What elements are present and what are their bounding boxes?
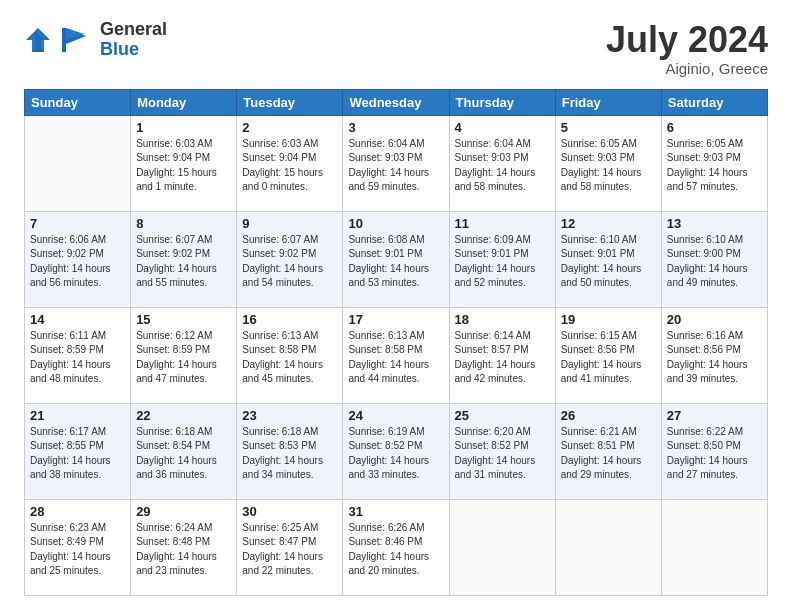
sun-info: Sunrise: 6:15 AMSunset: 8:56 PMDaylight:… xyxy=(561,329,656,387)
calendar-day-cell: 20Sunrise: 6:16 AMSunset: 8:56 PMDayligh… xyxy=(661,307,767,403)
calendar-day-cell: 19Sunrise: 6:15 AMSunset: 8:56 PMDayligh… xyxy=(555,307,661,403)
sun-info: Sunrise: 6:24 AMSunset: 8:48 PMDaylight:… xyxy=(136,521,231,579)
calendar-day-cell: 24Sunrise: 6:19 AMSunset: 8:52 PMDayligh… xyxy=(343,403,449,499)
logo-text: General Blue xyxy=(100,20,167,60)
sun-info: Sunrise: 6:16 AMSunset: 8:56 PMDaylight:… xyxy=(667,329,762,387)
calendar-week-row: 14Sunrise: 6:11 AMSunset: 8:59 PMDayligh… xyxy=(25,307,768,403)
calendar-day-cell: 13Sunrise: 6:10 AMSunset: 9:00 PMDayligh… xyxy=(661,211,767,307)
calendar-day-cell xyxy=(449,499,555,595)
weekday-header: Monday xyxy=(131,89,237,115)
day-number: 19 xyxy=(561,312,656,327)
day-number: 24 xyxy=(348,408,443,423)
sun-info: Sunrise: 6:09 AMSunset: 9:01 PMDaylight:… xyxy=(455,233,550,291)
day-number: 1 xyxy=(136,120,231,135)
day-number: 22 xyxy=(136,408,231,423)
day-number: 26 xyxy=(561,408,656,423)
calendar-day-cell: 8Sunrise: 6:07 AMSunset: 9:02 PMDaylight… xyxy=(131,211,237,307)
sun-info: Sunrise: 6:08 AMSunset: 9:01 PMDaylight:… xyxy=(348,233,443,291)
location-subtitle: Aiginio, Greece xyxy=(606,60,768,77)
calendar-day-cell: 25Sunrise: 6:20 AMSunset: 8:52 PMDayligh… xyxy=(449,403,555,499)
day-number: 10 xyxy=(348,216,443,231)
logo-graphic xyxy=(56,22,96,58)
calendar-day-cell: 27Sunrise: 6:22 AMSunset: 8:50 PMDayligh… xyxy=(661,403,767,499)
day-number: 23 xyxy=(242,408,337,423)
day-number: 14 xyxy=(30,312,125,327)
sun-info: Sunrise: 6:05 AMSunset: 9:03 PMDaylight:… xyxy=(667,137,762,195)
sun-info: Sunrise: 6:21 AMSunset: 8:51 PMDaylight:… xyxy=(561,425,656,483)
calendar-table: SundayMondayTuesdayWednesdayThursdayFrid… xyxy=(24,89,768,596)
sun-info: Sunrise: 6:18 AMSunset: 8:53 PMDaylight:… xyxy=(242,425,337,483)
calendar-week-row: 28Sunrise: 6:23 AMSunset: 8:49 PMDayligh… xyxy=(25,499,768,595)
sun-info: Sunrise: 6:19 AMSunset: 8:52 PMDaylight:… xyxy=(348,425,443,483)
sun-info: Sunrise: 6:22 AMSunset: 8:50 PMDaylight:… xyxy=(667,425,762,483)
calendar-day-cell: 10Sunrise: 6:08 AMSunset: 9:01 PMDayligh… xyxy=(343,211,449,307)
logo-icon xyxy=(24,26,52,54)
calendar-day-cell: 6Sunrise: 6:05 AMSunset: 9:03 PMDaylight… xyxy=(661,115,767,211)
day-number: 20 xyxy=(667,312,762,327)
calendar-day-cell: 15Sunrise: 6:12 AMSunset: 8:59 PMDayligh… xyxy=(131,307,237,403)
sun-info: Sunrise: 6:18 AMSunset: 8:54 PMDaylight:… xyxy=(136,425,231,483)
sun-info: Sunrise: 6:13 AMSunset: 8:58 PMDaylight:… xyxy=(242,329,337,387)
calendar-day-cell: 22Sunrise: 6:18 AMSunset: 8:54 PMDayligh… xyxy=(131,403,237,499)
day-number: 25 xyxy=(455,408,550,423)
weekday-header: Wednesday xyxy=(343,89,449,115)
calendar-day-cell xyxy=(661,499,767,595)
weekday-header: Friday xyxy=(555,89,661,115)
calendar-day-cell: 26Sunrise: 6:21 AMSunset: 8:51 PMDayligh… xyxy=(555,403,661,499)
svg-rect-4 xyxy=(62,28,66,52)
calendar-day-cell: 7Sunrise: 6:06 AMSunset: 9:02 PMDaylight… xyxy=(25,211,131,307)
calendar-day-cell xyxy=(25,115,131,211)
logo: General Blue xyxy=(24,20,167,60)
day-number: 4 xyxy=(455,120,550,135)
calendar-day-cell: 18Sunrise: 6:14 AMSunset: 8:57 PMDayligh… xyxy=(449,307,555,403)
sun-info: Sunrise: 6:10 AMSunset: 9:00 PMDaylight:… xyxy=(667,233,762,291)
day-number: 29 xyxy=(136,504,231,519)
calendar-day-cell xyxy=(555,499,661,595)
calendar-day-cell: 11Sunrise: 6:09 AMSunset: 9:01 PMDayligh… xyxy=(449,211,555,307)
calendar-day-cell: 9Sunrise: 6:07 AMSunset: 9:02 PMDaylight… xyxy=(237,211,343,307)
logo-blue: Blue xyxy=(100,40,167,60)
day-number: 17 xyxy=(348,312,443,327)
sun-info: Sunrise: 6:13 AMSunset: 8:58 PMDaylight:… xyxy=(348,329,443,387)
calendar-day-cell: 29Sunrise: 6:24 AMSunset: 8:48 PMDayligh… xyxy=(131,499,237,595)
weekday-header: Sunday xyxy=(25,89,131,115)
day-number: 27 xyxy=(667,408,762,423)
sun-info: Sunrise: 6:23 AMSunset: 8:49 PMDaylight:… xyxy=(30,521,125,579)
calendar-week-row: 7Sunrise: 6:06 AMSunset: 9:02 PMDaylight… xyxy=(25,211,768,307)
weekday-header: Thursday xyxy=(449,89,555,115)
calendar-day-cell: 23Sunrise: 6:18 AMSunset: 8:53 PMDayligh… xyxy=(237,403,343,499)
day-number: 28 xyxy=(30,504,125,519)
logo-general: General xyxy=(100,20,167,40)
calendar-week-row: 21Sunrise: 6:17 AMSunset: 8:55 PMDayligh… xyxy=(25,403,768,499)
calendar-day-cell: 28Sunrise: 6:23 AMSunset: 8:49 PMDayligh… xyxy=(25,499,131,595)
calendar-day-cell: 17Sunrise: 6:13 AMSunset: 8:58 PMDayligh… xyxy=(343,307,449,403)
calendar-day-cell: 14Sunrise: 6:11 AMSunset: 8:59 PMDayligh… xyxy=(25,307,131,403)
sun-info: Sunrise: 6:14 AMSunset: 8:57 PMDaylight:… xyxy=(455,329,550,387)
calendar-header-row: SundayMondayTuesdayWednesdayThursdayFrid… xyxy=(25,89,768,115)
day-number: 3 xyxy=(348,120,443,135)
day-number: 30 xyxy=(242,504,337,519)
day-number: 15 xyxy=(136,312,231,327)
month-title: July 2024 xyxy=(606,20,768,60)
weekday-header: Saturday xyxy=(661,89,767,115)
day-number: 9 xyxy=(242,216,337,231)
sun-info: Sunrise: 6:11 AMSunset: 8:59 PMDaylight:… xyxy=(30,329,125,387)
calendar-day-cell: 5Sunrise: 6:05 AMSunset: 9:03 PMDaylight… xyxy=(555,115,661,211)
day-number: 16 xyxy=(242,312,337,327)
calendar-day-cell: 1Sunrise: 6:03 AMSunset: 9:04 PMDaylight… xyxy=(131,115,237,211)
title-block: July 2024 Aiginio, Greece xyxy=(606,20,768,77)
sun-info: Sunrise: 6:06 AMSunset: 9:02 PMDaylight:… xyxy=(30,233,125,291)
sun-info: Sunrise: 6:26 AMSunset: 8:46 PMDaylight:… xyxy=(348,521,443,579)
sun-info: Sunrise: 6:17 AMSunset: 8:55 PMDaylight:… xyxy=(30,425,125,483)
day-number: 5 xyxy=(561,120,656,135)
calendar-day-cell: 30Sunrise: 6:25 AMSunset: 8:47 PMDayligh… xyxy=(237,499,343,595)
calendar-day-cell: 31Sunrise: 6:26 AMSunset: 8:46 PMDayligh… xyxy=(343,499,449,595)
day-number: 18 xyxy=(455,312,550,327)
calendar-day-cell: 4Sunrise: 6:04 AMSunset: 9:03 PMDaylight… xyxy=(449,115,555,211)
page: General Blue July 2024 Aiginio, Greece S… xyxy=(0,0,792,612)
day-number: 12 xyxy=(561,216,656,231)
header: General Blue July 2024 Aiginio, Greece xyxy=(24,20,768,77)
calendar-day-cell: 2Sunrise: 6:03 AMSunset: 9:04 PMDaylight… xyxy=(237,115,343,211)
sun-info: Sunrise: 6:07 AMSunset: 9:02 PMDaylight:… xyxy=(136,233,231,291)
sun-info: Sunrise: 6:07 AMSunset: 9:02 PMDaylight:… xyxy=(242,233,337,291)
